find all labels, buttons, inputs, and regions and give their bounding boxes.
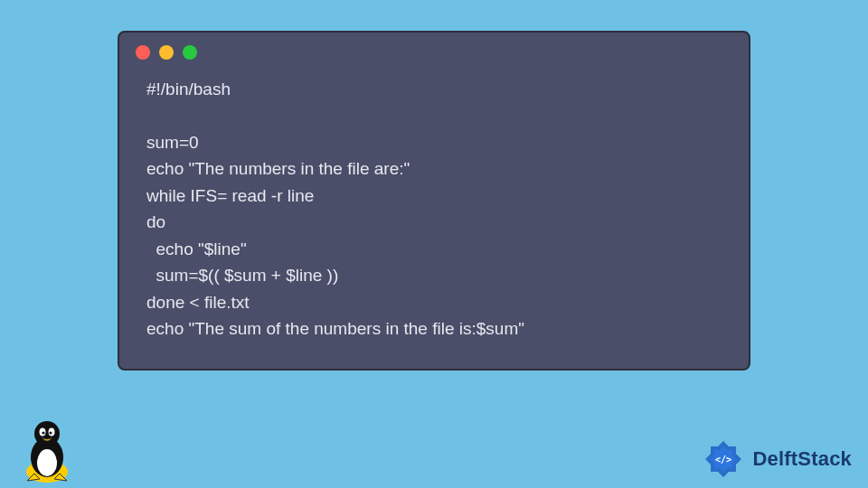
svg-point-3 (34, 421, 60, 446)
linux-tux-icon (18, 418, 76, 484)
brand-name: DelftStack (752, 447, 852, 471)
close-icon (136, 45, 150, 60)
window-titlebar (119, 33, 749, 67)
code-content: #!/bin/bash sum=0 echo "The numbers in t… (119, 67, 749, 351)
maximize-icon (183, 45, 197, 60)
svg-text:</>: </> (715, 455, 731, 465)
svg-point-2 (37, 449, 57, 476)
minimize-icon (159, 45, 174, 60)
code-window: #!/bin/bash sum=0 echo "The numbers in t… (118, 31, 750, 371)
svg-point-7 (49, 431, 52, 434)
brand-badge: </> DelftStack (702, 437, 852, 481)
svg-point-6 (42, 431, 44, 434)
brand-logo-icon: </> (702, 437, 745, 481)
